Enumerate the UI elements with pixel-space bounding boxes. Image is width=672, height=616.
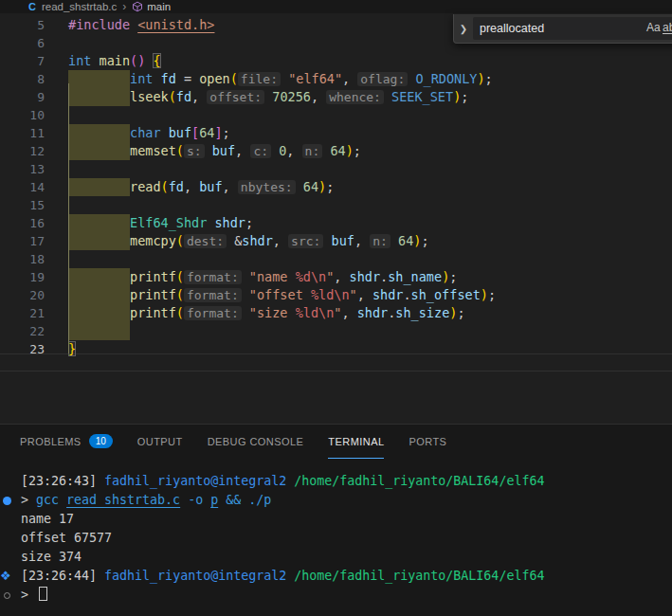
code-line-8[interactable]: 8int fd = open(file: "elf64", oflag: O_R… xyxy=(0,70,672,88)
code-line-17[interactable]: 17memcpy(dest: &shdr, src: buf, n: 64); xyxy=(0,232,672,250)
tab-whitespace-highlight xyxy=(68,88,130,106)
code-token: main xyxy=(100,53,131,68)
code-token: , xyxy=(354,233,370,248)
code-token: ) xyxy=(318,179,326,194)
code-line-12[interactable]: 12memset(s: buf, c: 0, n: 64); xyxy=(0,142,672,160)
find-input[interactable]: preallocated Aa ab xyxy=(473,17,672,40)
code-line-11[interactable]: 11char buf[64]; xyxy=(0,124,672,142)
code-line-13[interactable]: 13 xyxy=(0,160,672,178)
code-token xyxy=(281,71,288,86)
code-token: shdr xyxy=(357,305,389,320)
code-token: "elf64" xyxy=(288,71,342,86)
find-query-text: preallocated xyxy=(473,22,544,35)
code-editor[interactable]: 5#include <unistd.h>67int main() {8int f… xyxy=(0,13,672,424)
code-token xyxy=(242,305,249,320)
code-token: ; xyxy=(485,71,493,86)
command-success-decoration-icon[interactable] xyxy=(3,497,11,505)
code-token: , xyxy=(223,179,238,194)
tab-whitespace-highlight xyxy=(68,268,130,286)
code-token: & xyxy=(227,233,242,248)
inlay-hint: c: xyxy=(250,144,271,158)
code-text: char buf[64]; xyxy=(68,124,230,142)
line-number: 15 xyxy=(0,196,45,214)
code-token: ; xyxy=(223,125,230,140)
match-case-icon[interactable]: Aa xyxy=(646,21,661,34)
code-token: . xyxy=(403,287,410,302)
code-token xyxy=(296,179,303,194)
code-line-7[interactable]: 7int main() { xyxy=(0,52,672,70)
panel-tab-terminal[interactable]: TERMINAL xyxy=(328,425,384,459)
code-line-23[interactable]: 23} xyxy=(0,340,672,358)
code-token: = xyxy=(176,71,199,86)
breadcrumb-symbol[interactable]: main xyxy=(147,1,171,12)
panel-tab-ports[interactable]: PORTS xyxy=(409,425,446,459)
code-text: } xyxy=(68,340,76,358)
panel-tab-label: DEBUG CONSOLE xyxy=(208,436,304,447)
chevron-right-icon: › xyxy=(122,0,126,13)
code-line-9[interactable]: 9lseek(fd, offset: 70256, whence: SEEK_S… xyxy=(0,88,672,106)
terminal-file-link[interactable]: p xyxy=(210,493,218,507)
code-token xyxy=(161,125,169,140)
code-line-19[interactable]: 19printf(format: "name %d\n", shdr.sh_na… xyxy=(0,268,672,286)
code-token: 64 xyxy=(330,143,345,158)
panel-tab-problems[interactable]: PROBLEMS10 xyxy=(20,425,113,459)
code-token: buf xyxy=(169,125,191,140)
code-text: int main() { xyxy=(68,52,161,70)
code-token: ; xyxy=(457,305,464,320)
sparkle-decoration-icon[interactable]: ❖ xyxy=(0,567,11,586)
code-line-10[interactable]: 10 xyxy=(0,106,672,124)
panel-tab-debug-console[interactable]: DEBUG CONSOLE xyxy=(208,425,304,459)
bottom-panel: PROBLEMS10OUTPUTDEBUG CONSOLETERMINALPOR… xyxy=(0,424,672,616)
code-token: shdr xyxy=(214,215,245,230)
panel-tab-label: PORTS xyxy=(409,436,446,447)
terminal-row: offset 67577 xyxy=(0,529,672,548)
breadcrumb-file[interactable]: read_shstrtab.c xyxy=(42,1,117,12)
line-number: 13 xyxy=(0,160,45,178)
code-token: " xyxy=(350,287,357,302)
code-token: ( xyxy=(176,233,184,248)
code-line-21[interactable]: 21printf(format: "size %ld\n", shdr.sh_s… xyxy=(0,304,672,322)
terminal-text xyxy=(97,569,104,583)
panel-tab-output[interactable]: OUTPUT xyxy=(137,425,183,459)
code-line-20[interactable]: 20printf(format: "offset %ld\n", shdr.sh… xyxy=(0,286,672,304)
code-token: O_RDONLY xyxy=(415,71,477,86)
panel-tab-label: PROBLEMS xyxy=(20,436,82,447)
terminal-text: > xyxy=(21,588,36,602)
terminal-output[interactable]: [23:26:43] fadhil_riyanto@integral2 /hom… xyxy=(0,472,672,605)
terminal-row: size 374 xyxy=(0,548,672,567)
whole-word-icon[interactable]: ab xyxy=(663,21,672,34)
code-line-16[interactable]: 16Elf64_Shdr shdr; xyxy=(0,214,672,232)
line-number: 7 xyxy=(0,52,45,70)
terminal-file-link[interactable]: read_shstrtab.c xyxy=(66,493,180,507)
code-line-15[interactable]: 15 xyxy=(0,196,672,214)
code-token: ; xyxy=(421,233,428,248)
line-number: 20 xyxy=(0,286,45,304)
line-number: 6 xyxy=(0,34,45,52)
line-number: 8 xyxy=(0,70,45,88)
code-token: int xyxy=(130,71,153,86)
code-token: <unistd.h> xyxy=(137,17,214,32)
code-token: 64 xyxy=(199,125,214,140)
code-token: \n xyxy=(318,305,334,320)
code-token: , xyxy=(342,71,357,86)
panel-tab-label: OUTPUT xyxy=(137,436,183,447)
terminal-text: gcc xyxy=(36,493,66,507)
line-number: 12 xyxy=(0,142,45,160)
code-token: , xyxy=(334,269,349,284)
code-token: %ld xyxy=(311,287,334,302)
code-token xyxy=(130,17,137,32)
code-text: printf(format: "name %d\n", shdr.sh_name… xyxy=(68,268,457,286)
line-number: 19 xyxy=(0,268,45,286)
code-token: ; xyxy=(354,143,361,158)
code-line-18[interactable]: 18 xyxy=(0,250,672,268)
command-pending-decoration-icon[interactable] xyxy=(4,592,10,599)
tab-whitespace-highlight xyxy=(68,124,130,142)
find-expand-chevron-icon[interactable]: ❯ xyxy=(454,24,473,34)
code-line-14[interactable]: 14read(fd, buf, nbytes: 64); xyxy=(0,178,672,196)
code-token: "name xyxy=(249,269,296,284)
symbol-method-icon xyxy=(132,1,143,12)
code-token: sh_offset xyxy=(411,287,481,302)
code-line-22[interactable]: 22 xyxy=(0,322,672,340)
inlay-hint: n: xyxy=(302,144,323,158)
code-token: , xyxy=(357,287,372,302)
